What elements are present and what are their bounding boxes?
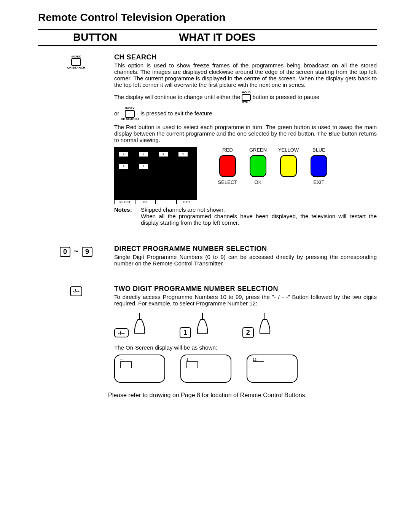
ch-search-p1: This option is used to show freeze frame… [114, 62, 377, 88]
header-what: WHAT IT DOES [152, 31, 377, 43]
preview-thumb: 1 [119, 152, 129, 157]
key-9-icon: 9 [82, 247, 92, 257]
yellow-button-icon [280, 155, 297, 177]
ch-search-p2: The display will continue to change unti… [114, 91, 377, 104]
index-chsearch-icon: INDEX CH SEARCH [67, 55, 85, 69]
preview-thumb: 4 [178, 152, 188, 157]
preview-thumb: 2 [139, 152, 148, 157]
red-button-icon [219, 155, 236, 177]
preview-thumb: 3 [158, 152, 168, 157]
index-chsearch-icon-inline: INDEX CH SEARCH [121, 107, 139, 121]
column-header-bar: BUTTON WHAT IT DOES [38, 29, 377, 46]
osd-box: -- [114, 355, 165, 383]
tv-preview-footer: SELECT OK EXIT [114, 200, 197, 204]
colour-buttons-row: 1 2 3 4 5 6 SELECT OK EXIT RED SELECT GR [114, 147, 377, 204]
key-dash-icon: -/-- [70, 286, 82, 296]
ch-search-p3: or INDEX CH SEARCH is pressed to exit th… [114, 107, 377, 121]
twodigit-p1: To directly access Programme Numbers 10 … [114, 294, 377, 307]
preview-thumb: 6 [139, 164, 148, 169]
blue-button-icon [311, 155, 327, 177]
osd-box: 1 [180, 355, 231, 383]
hand-icon [193, 312, 212, 335]
hand-icon [130, 312, 149, 335]
red-button-col: RED SELECT [212, 147, 243, 185]
osd-box: 12 [247, 355, 298, 383]
tv-preview: 1 2 3 4 5 6 SELECT OK EXIT [114, 147, 197, 204]
notes-row: Notes: Skipped channels are not shown. W… [114, 206, 377, 226]
hand-press-1: -/-- [114, 312, 149, 339]
section-ch-search: INDEX CH SEARCH CH SEARCH This option is… [38, 53, 377, 226]
hold-still-icon: HOLD STILL [242, 91, 251, 104]
preview-thumb: 5 [119, 164, 129, 169]
blue-button-col: BLUE EXIT [304, 147, 334, 185]
osd-row: -- 1 12 [114, 355, 377, 383]
section-twodigit: -/-- TWO DIGIT PROGRAMME NUMBER SELECTIO… [38, 285, 377, 383]
ch-search-p4: The Red button is used to select each pr… [114, 124, 377, 143]
notes-label: Notes: [114, 206, 141, 226]
hand-press-3: 2 [242, 312, 274, 339]
green-button-col: GREEN OK [243, 147, 273, 185]
ch-search-heading: CH SEARCH [114, 53, 377, 61]
section-direct: 0 ~ 9 DIRECT PROGRAMME NUMBER SELECTION … [38, 245, 377, 270]
yellow-button-col: YELLOW [273, 147, 304, 179]
green-button-icon [250, 155, 266, 177]
direct-p1: Single Digit Programme Numbers (0 to 9) … [114, 254, 377, 267]
footer-note: Please refer to drawing on Page 8 for lo… [38, 392, 377, 399]
twodigit-p2: The On-Screen display will be as shown: [114, 344, 377, 351]
tilde-icon: ~ [74, 246, 79, 256]
hand-icon [255, 312, 274, 335]
notes-text: Skipped channels are not shown. When all… [141, 206, 377, 226]
twodigit-heading: TWO DIGIT PROGRAMME NUMBER SELECTION [114, 285, 377, 293]
header-button: BUTTON [38, 31, 152, 43]
direct-heading: DIRECT PROGRAMME NUMBER SELECTION [114, 245, 377, 253]
page-title: Remote Control Television Operation [38, 11, 377, 24]
hand-press-2: 1 [180, 312, 212, 339]
hand-press-row: -/-- 1 2 [114, 312, 377, 339]
key-0-icon: 0 [60, 247, 70, 257]
